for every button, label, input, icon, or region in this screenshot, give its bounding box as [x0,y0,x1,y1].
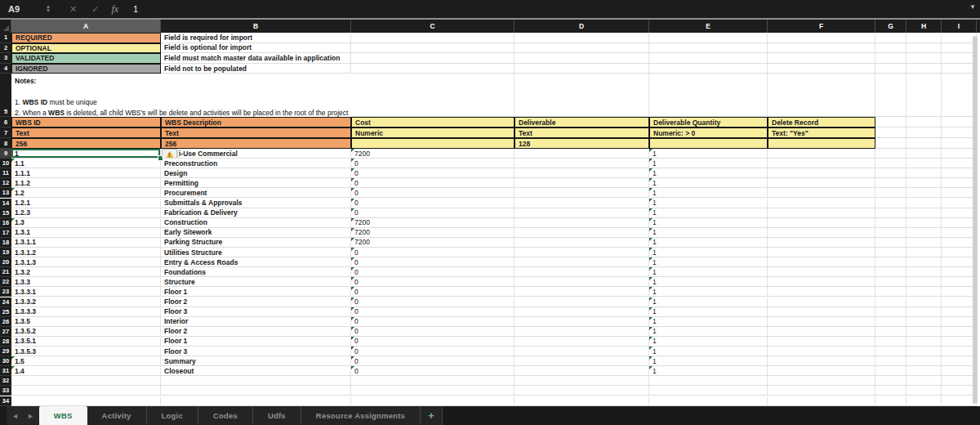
cell-A9[interactable]: 1 [11,149,161,159]
cell-I30[interactable] [942,356,977,366]
cell-E14[interactable]: 1 [649,199,768,208]
cell-G34[interactable] [875,396,906,406]
cell-I8[interactable] [942,138,977,149]
cell-F34[interactable] [768,396,875,406]
cancel-icon[interactable]: ✕ [69,4,77,15]
cell-name-box[interactable]: A9 [0,4,46,14]
cell-H17[interactable] [906,228,942,238]
cell-A21[interactable]: 1.3.2 [11,267,161,277]
row-header-29[interactable]: 29 [0,347,11,356]
cell-B26[interactable]: Interior [161,317,351,327]
cell-E15[interactable]: 1 [649,208,768,218]
cell-H2[interactable] [906,43,942,54]
cell-A31[interactable]: 1.4 [11,366,161,376]
cell-I32[interactable] [942,376,977,386]
row-header-17[interactable]: 17 [0,228,11,238]
cell-A6[interactable]: WBS ID [11,117,161,128]
cell-G26[interactable] [875,317,906,327]
row-header-25[interactable]: 25 [0,307,11,317]
cell-H32[interactable] [906,376,942,386]
cell-G16[interactable] [875,218,906,228]
cell-H8[interactable] [906,138,942,149]
cell-D3[interactable] [514,53,649,64]
cell-F31[interactable] [768,366,875,376]
cell-D22[interactable] [514,277,649,287]
cell-I14[interactable] [942,199,977,208]
cell-E20[interactable]: 1 [649,257,768,267]
cell-A16[interactable]: 1.3 [11,218,161,228]
cell-G21[interactable] [875,267,906,277]
cell-I15[interactable] [942,208,977,218]
row-header-14[interactable]: 14 [0,199,11,208]
cell-E27[interactable]: 1 [649,327,768,337]
cell-H22[interactable] [906,277,942,287]
cell-I5[interactable] [942,74,977,117]
cell-F24[interactable] [768,298,875,307]
cell-B34[interactable] [161,396,351,406]
name-box-spinner[interactable]: ▲▼ [46,5,51,13]
cell-C2[interactable] [351,43,514,54]
cell-A28[interactable]: 1.3.5.1 [11,337,161,347]
cell-F25[interactable] [768,307,875,317]
cell-B24[interactable]: Floor 2 [161,298,351,307]
cell-G29[interactable] [875,347,906,356]
cell-A29[interactable]: 1.3.5.3 [11,347,161,356]
cell-E30[interactable]: 1 [649,356,768,366]
cell-B6[interactable]: WBS Description [161,117,351,128]
cell-C18[interactable]: 7200 [351,238,514,248]
cell-H14[interactable] [906,199,942,208]
cell-E6[interactable]: Deliverable Quantity [649,117,768,128]
cell-G12[interactable] [875,178,906,188]
row-header-27[interactable]: 27 [0,327,11,337]
row-header-9[interactable]: 9 [0,149,11,159]
cell-H26[interactable] [906,317,942,327]
cell-F29[interactable] [768,347,875,356]
column-header-D[interactable]: D [514,20,649,33]
cell-H29[interactable] [906,347,942,356]
cell-G2[interactable] [875,43,906,54]
cell-F11[interactable] [768,168,875,178]
cell-D8[interactable]: 128 [514,138,649,149]
cell-C9[interactable]: 7200 [351,149,514,159]
cell-C22[interactable]: 0 [351,277,514,287]
cell-A20[interactable]: 1.3.1.3 [11,257,161,267]
cell-E4[interactable] [649,64,768,74]
cell-H4[interactable] [906,64,942,74]
cell-E22[interactable]: 1 [649,277,768,287]
cell-B12[interactable]: Permitting [161,178,351,188]
cell-E28[interactable]: 1 [649,337,768,347]
cell-B10[interactable]: Preconstruction [161,159,351,168]
cell-H12[interactable] [906,178,942,188]
cell-F26[interactable] [768,317,875,327]
cell-F1[interactable] [768,33,875,43]
cell-C7[interactable]: Numeric [351,128,514,138]
cell-B21[interactable]: Foundations [161,267,351,277]
cell-B7[interactable]: Text [161,128,351,138]
row-header-2[interactable]: 2 [0,43,11,54]
cell-A22[interactable]: 1.3.3 [11,277,161,287]
cell-C24[interactable]: 0 [351,298,514,307]
row-header-34[interactable]: 34 [0,396,11,406]
column-header-C[interactable]: C [351,20,514,33]
cell-E21[interactable]: 1 [649,267,768,277]
cell-D19[interactable] [514,248,649,257]
cell-D31[interactable] [514,366,649,376]
cell-D26[interactable] [514,317,649,327]
cell-D1[interactable] [514,33,649,43]
cell-C31[interactable]: 0 [351,366,514,376]
cell-F2[interactable] [768,43,875,54]
cell-E19[interactable]: 1 [649,248,768,257]
cell-F18[interactable] [768,238,875,248]
cell-B4[interactable]: Field not to be populated [161,64,351,74]
formula-bar-expand-icon[interactable]: ▼ [969,3,976,11]
row-header-31[interactable]: 31 [0,366,11,376]
cell-F28[interactable] [768,337,875,347]
cell-C32[interactable] [351,376,514,386]
cell-A33[interactable] [11,386,161,396]
cell-B17[interactable]: Early Sitework [161,228,351,238]
cell-I24[interactable] [942,298,977,307]
cell-B13[interactable]: Procurement [161,188,351,198]
cell-D30[interactable] [514,356,649,366]
cell-H21[interactable] [906,267,942,277]
cell-E16[interactable]: 1 [649,218,768,228]
